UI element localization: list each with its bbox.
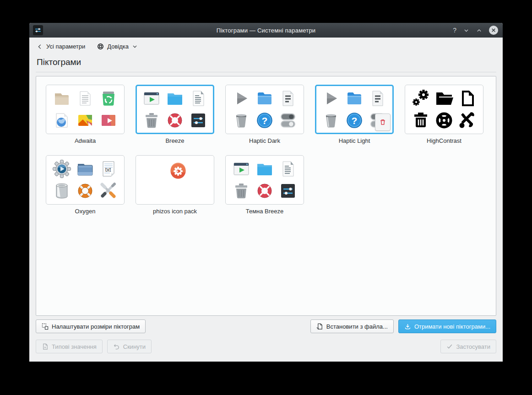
configure-icon-sizes-button[interactable]: Налаштувати розміри піктограм (36, 319, 146, 333)
system-settings-window: Піктограми — Системні параметри ? Усі па… (29, 23, 503, 362)
theme-label: Haptic Light (339, 137, 370, 144)
page-title: Піктограми (29, 52, 503, 67)
install-from-file-label: Встановити з файла... (326, 323, 388, 330)
document-icon (278, 88, 298, 108)
media-player-icon (141, 88, 162, 108)
document-icon (188, 88, 208, 108)
download-icon (404, 323, 411, 330)
delete-theme-button[interactable] (375, 114, 391, 131)
header-separator (36, 72, 496, 72)
svg-text:?: ? (352, 115, 358, 126)
minimize-button[interactable] (463, 27, 469, 33)
settings-icon (188, 110, 208, 130)
folder-icon (165, 88, 185, 108)
theme-label: Breeze (165, 137, 184, 144)
help-button[interactable]: ? (453, 27, 456, 34)
theme-item: txt Oxygen (46, 155, 125, 215)
theme-card[interactable]: ? (225, 85, 304, 134)
folder-icon (344, 88, 364, 108)
text-document-icon: txt (98, 159, 119, 179)
footer-dialog-buttons: Типові значення Скинути Застосувати (29, 340, 503, 353)
document-icon (75, 88, 95, 108)
chevron-left-icon (37, 43, 43, 50)
document-revert-icon (42, 343, 49, 350)
folder-icon (52, 88, 72, 108)
theme-item: ? Haptic Light (315, 85, 394, 144)
theme-label: Haptic Dark (249, 137, 280, 144)
help-icon: ? (255, 110, 275, 130)
theme-card[interactable]: ? (315, 85, 394, 134)
wheel-icon (434, 110, 454, 130)
folder-icon (255, 88, 275, 108)
checkmark-icon (446, 343, 453, 350)
folder-icon (255, 159, 275, 179)
trash-icon (231, 110, 251, 130)
tools-icon (98, 181, 119, 201)
image-icon (75, 110, 95, 130)
defaults-button: Типові значення (36, 340, 103, 353)
svg-text:txt: txt (105, 167, 111, 173)
get-new-icons-button[interactable]: Отримати нові піктограми... (398, 319, 496, 333)
chevron-down-icon (132, 43, 138, 49)
transform-icon (42, 323, 49, 330)
media-player-icon (231, 159, 251, 179)
configure-icon-sizes-label: Налаштувати розміри піктограм (52, 323, 140, 330)
toolbar: Усі параметри Довідка (29, 38, 503, 52)
help-menu-label: Довідка (107, 43, 129, 50)
document-icon (368, 88, 388, 108)
trash-icon (52, 181, 72, 201)
install-from-file-button[interactable]: Встановити з файла... (310, 319, 394, 333)
theme-label: HighContrast (427, 137, 461, 144)
undo-icon (113, 343, 120, 350)
theme-label: Adwaita (75, 137, 96, 144)
settings-icon (278, 181, 298, 201)
theme-grid: Adwaita Breeze ? Haptic Dark ? Haptic Li… (36, 76, 496, 316)
globe-document-icon (52, 110, 72, 130)
trash-icon (231, 181, 251, 201)
document-icon (278, 159, 298, 179)
footer-actions: Налаштувати розміри піктограм Встановити… (29, 319, 503, 333)
lifebuoy-icon (165, 110, 185, 130)
theme-card[interactable] (405, 85, 483, 134)
theme-card[interactable] (136, 85, 214, 134)
theme-item: Темна Breeze (225, 155, 304, 215)
theme-item: Breeze (136, 85, 214, 144)
theme-label: Темна Breeze (246, 208, 284, 215)
theme-card[interactable] (46, 85, 125, 134)
reset-button: Скинути (107, 340, 152, 353)
close-button[interactable] (489, 26, 498, 35)
theme-card[interactable]: txt (46, 155, 125, 205)
theme-label: phizos icon pack (153, 208, 197, 215)
folder-icon (75, 159, 95, 179)
apply-label: Застосувати (456, 343, 490, 350)
theme-item: phizos icon pack (136, 155, 214, 215)
document-import-icon (316, 323, 323, 330)
reset-label: Скинути (123, 343, 146, 350)
recycle-bin-icon (98, 88, 119, 108)
toggles-icon (278, 110, 298, 130)
lifebuoy-icon (75, 181, 95, 201)
apply-button: Застосувати (440, 340, 496, 353)
theme-label: Oxygen (75, 208, 96, 215)
folder-icon (434, 88, 454, 108)
document-icon (457, 88, 478, 108)
theme-item: Adwaita (46, 85, 125, 144)
theme-card[interactable] (136, 155, 214, 205)
titlebar[interactable]: Піктограми — Системні параметри ? (29, 23, 503, 38)
all-settings-button[interactable]: Усі параметри (37, 43, 85, 50)
trash-icon (141, 110, 162, 130)
all-settings-label: Усі параметри (46, 43, 85, 50)
defaults-label: Типові значення (52, 343, 97, 350)
theme-item: HighContrast (405, 85, 483, 144)
get-new-icons-label: Отримати нові піктограми... (414, 323, 490, 330)
help-icon: ? (344, 110, 364, 130)
theme-item: ? Haptic Dark (225, 85, 304, 144)
theme-card[interactable] (225, 155, 304, 205)
gears-icon (411, 88, 431, 108)
help-menu-button[interactable]: Довідка (97, 43, 138, 50)
play-icon (231, 88, 251, 108)
svg-text:?: ? (262, 115, 268, 126)
maximize-button[interactable] (476, 27, 482, 33)
gear-player-icon (52, 159, 72, 179)
phizos-logo-icon (167, 160, 189, 182)
